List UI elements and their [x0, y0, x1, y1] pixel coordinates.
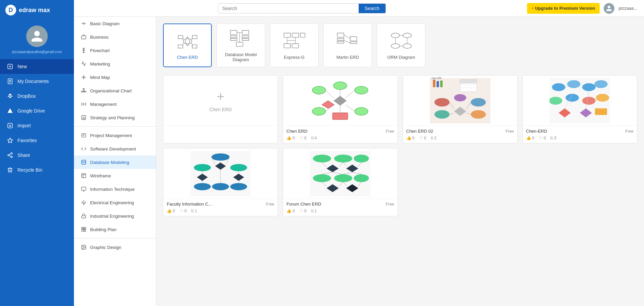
template-title-5: Forum Chen ERD — [286, 202, 321, 207]
template-card-faculty[interactable]: Faculty Information C... Free 👍 0 ♡ 0 — [163, 148, 278, 216]
type-card-database-model-diagram[interactable]: Database Model Diagram — [216, 24, 265, 67]
heart-icon-3: ♡ — [539, 136, 542, 140]
svg-rect-46 — [82, 216, 86, 218]
template-stats-1: 👍 0 ♡ 0 ⎘ 4 — [286, 136, 394, 140]
topbar: Search Upgrade to Premium Version pizzaa… — [74, 0, 644, 17]
category-mind-map-label: Mind Map — [90, 75, 110, 80]
sidebar-item-import[interactable]: Import — [0, 118, 74, 133]
templates-area: Chen ERD Database Model — [156, 17, 644, 306]
category-database-modeling[interactable]: Database Modeling — [74, 156, 156, 169]
express-g-label: Express-G — [281, 55, 307, 60]
svg-rect-57 — [192, 45, 197, 48]
express-g-icon — [283, 31, 306, 51]
category-basic-diagram[interactable]: Basic Diagram — [74, 17, 156, 30]
svg-rect-112 — [436, 81, 439, 87]
like-icon-3: 👍 — [526, 136, 531, 140]
chen-erd-type-icon — [176, 31, 199, 51]
template-title-3: Chen-ERD — [526, 129, 547, 134]
category-wireframe[interactable]: Wireframe — [74, 169, 156, 182]
search-input[interactable] — [218, 4, 359, 13]
category-business[interactable]: Business — [74, 30, 156, 44]
user-email: pizzaaandparatha@gmail.com — [9, 50, 65, 54]
type-card-chen-erd[interactable]: Chen ERD — [163, 24, 212, 67]
wireframe-icon — [81, 173, 87, 179]
graphic-design-icon — [81, 244, 87, 250]
svg-line-14 — [9, 156, 11, 157]
type-card-orm-diagram[interactable]: ORM Diagram — [377, 24, 426, 67]
svg-point-88 — [403, 33, 411, 38]
heart-icon-5: ♡ — [299, 209, 303, 213]
svg-rect-82 — [337, 41, 344, 43]
type-card-express-g[interactable]: Express-G — [270, 24, 319, 67]
svg-point-169 — [354, 174, 369, 182]
orm-diagram-icon — [390, 31, 413, 51]
category-graphic-design[interactable]: Graphic Design — [74, 241, 156, 254]
sidebar-item-google-drive[interactable]: Google Drive — [0, 103, 74, 118]
category-flowchart-label: Flowchart — [90, 48, 110, 53]
search-button[interactable]: Search — [359, 4, 386, 13]
svg-rect-43 — [81, 187, 86, 190]
template-title-1: Chen ERD — [286, 129, 307, 134]
sidebar-item-favorites[interactable]: Favorites — [0, 133, 74, 148]
sidebar-item-dropbox-label: DropBox — [17, 93, 36, 99]
svg-point-39 — [82, 160, 86, 161]
category-marketing[interactable]: Marketing — [74, 57, 156, 71]
svg-text:Chen ERD: Chen ERD — [431, 77, 442, 79]
template-copies-3: ⎘ 3 — [551, 136, 556, 140]
template-thumb-chen-erd-blue — [523, 76, 637, 126]
category-software-development[interactable]: Software Development — [74, 142, 156, 156]
svg-point-98 — [355, 86, 368, 94]
template-title-4: Faculty Information C... — [167, 202, 212, 207]
svg-rect-67 — [242, 36, 249, 38]
svg-point-163 — [334, 155, 352, 162]
category-strategy-and-planning[interactable]: Strategy and Planning — [74, 111, 156, 124]
user-profile-section: pizzaaandparatha@gmail.com — [0, 20, 74, 58]
svg-line-61 — [192, 43, 192, 46]
sidebar-item-new[interactable]: New — [0, 59, 74, 74]
template-card-chen-erd-02[interactable]: Chen ERD — [403, 75, 518, 143]
category-industrial-engineering-label: Industrial Engineering — [90, 214, 134, 219]
template-card-chen-erd-1[interactable]: Chen ERD Free 👍 0 ♡ 0 — [283, 75, 398, 143]
electrical-engineering-icon — [81, 200, 87, 206]
copy-icon-5: ⎘ — [311, 209, 314, 213]
category-building-plan[interactable]: Building Plan — [74, 223, 156, 236]
category-information-technique[interactable]: Information Technique — [74, 182, 156, 196]
category-organizational-chart-label: Organizational Chart — [90, 88, 132, 93]
new-template-thumb[interactable]: + Chen ERD — [163, 76, 278, 126]
svg-rect-19 — [81, 36, 86, 39]
template-card-chen-erd-blue[interactable]: Chen-ERD Free 👍 0 ♡ 0 — [522, 75, 637, 143]
heart-icon-4: ♡ — [180, 209, 184, 213]
category-management[interactable]: Management — [74, 97, 156, 111]
type-card-martin-erd[interactable]: Martin ERD — [323, 24, 372, 67]
plus-icon: + — [216, 89, 224, 104]
copy-icon-2: ⎘ — [431, 136, 433, 140]
avatar — [26, 26, 48, 47]
svg-rect-56 — [178, 45, 183, 48]
type-cards-row: Chen ERD Database Model — [163, 24, 637, 67]
template-card-new[interactable]: + Chen ERD — [163, 75, 278, 143]
project-management-icon — [81, 132, 87, 138]
sidebar-item-share[interactable]: Share — [0, 148, 74, 163]
martin-erd-label: Martin ERD — [334, 55, 362, 60]
sidebar-item-recycle-bin[interactable]: Recycle Bin — [0, 163, 74, 177]
svg-rect-66 — [242, 31, 249, 35]
sidebar-item-import-label: Import — [17, 123, 31, 128]
upgrade-button[interactable]: Upgrade to Premium Version — [527, 3, 600, 14]
template-likes-2: 👍 0 — [406, 136, 415, 140]
share-icon — [7, 152, 13, 159]
category-flowchart[interactable]: Flowchart — [74, 44, 156, 57]
sidebar-item-dropbox[interactable]: DropBox — [0, 89, 74, 103]
svg-point-145 — [211, 153, 230, 161]
category-electrical-engineering[interactable]: Electrical Engineering — [74, 196, 156, 209]
template-card-forum[interactable]: Forum Chen ERD Free 👍 0 ♡ 0 — [283, 148, 398, 216]
category-organizational-chart[interactable]: Organizational Chart — [74, 84, 156, 97]
category-wireframe-label: Wireframe — [90, 173, 111, 178]
user-avatar-top — [604, 3, 614, 14]
category-mind-map[interactable]: Mind Map — [74, 71, 156, 84]
category-project-management[interactable]: Project Management — [74, 129, 156, 142]
industrial-engineering-icon — [81, 213, 87, 219]
svg-point-120 — [454, 94, 466, 101]
sidebar-item-my-documents[interactable]: My Documents — [0, 74, 74, 89]
category-industrial-engineering[interactable]: Industrial Engineering — [74, 209, 156, 223]
copy-icon-3: ⎘ — [551, 136, 553, 140]
